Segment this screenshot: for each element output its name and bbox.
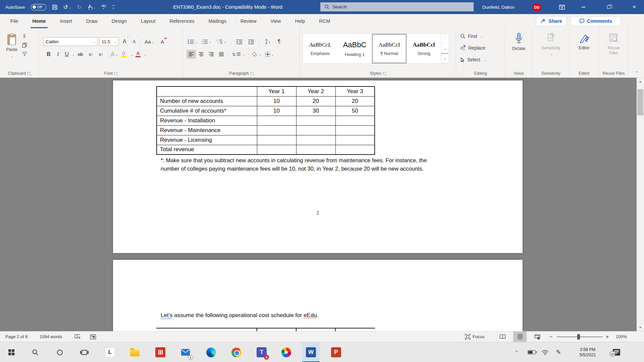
find-button[interactable]: Find [460, 34, 483, 39]
page-indicator[interactable]: Page 2 of 6 [5, 331, 28, 342]
font-dialog-launcher-icon[interactable] [114, 72, 117, 75]
table-value-cell[interactable] [257, 125, 296, 135]
cut-icon[interactable]: ✄ [21, 34, 28, 38]
strikethrough-button[interactable]: ab [75, 50, 86, 59]
scroll-up-icon[interactable]: ▲ [637, 78, 644, 85]
table-value-cell[interactable]: 20 [335, 96, 375, 106]
select-button[interactable]: Select [460, 57, 486, 62]
revenue-table[interactable]: Year 1Year 2Year 3Number of new accounts… [156, 86, 375, 155]
pen-icon[interactable]: ✎ [552, 342, 565, 362]
table-value-cell[interactable]: 30 [296, 106, 335, 116]
taskbar-search-button[interactable] [26, 342, 44, 362]
table-label-cell[interactable]: Revenue - Maintenance [157, 125, 257, 135]
table-value-cell[interactable] [335, 116, 375, 125]
change-case-button[interactable]: Aa [145, 37, 154, 46]
font-name-combo[interactable]: Calibri [43, 37, 98, 46]
table-value-cell[interactable]: 10 [257, 106, 296, 116]
body-paragraph[interactable]: Let’s assume the following operational c… [161, 312, 318, 319]
tab-rcm[interactable]: RCM [312, 14, 337, 28]
style-emphasis[interactable]: AaBbCcLEmphasis [303, 34, 337, 63]
multilevel-list-button[interactable]: 1ai [214, 37, 228, 46]
tab-references[interactable]: References [162, 14, 201, 28]
wifi-icon[interactable] [539, 342, 551, 362]
table-value-cell[interactable] [335, 135, 375, 145]
start-button[interactable] [3, 342, 20, 362]
paste-button[interactable]: Paste [3, 31, 21, 68]
font-color-button[interactable]: A [134, 50, 143, 59]
table-value-cell[interactable] [257, 116, 296, 125]
style-normal[interactable]: AaBbCcI¶ Normal [372, 34, 407, 63]
sensitivity-button[interactable]: Sensitivity [533, 31, 569, 56]
task-view-button[interactable] [75, 342, 93, 362]
tab-help[interactable]: Help [288, 14, 312, 28]
lockdown-browser-button[interactable]: L [101, 342, 119, 362]
table-label-cell[interactable]: Cumulative # of accounts* [157, 106, 257, 116]
styles-scroll-up-icon[interactable]: ˇ̌ˆ [441, 34, 448, 44]
tab-view[interactable]: View [263, 14, 288, 28]
table-value-cell[interactable] [296, 145, 335, 155]
autosave-toggle[interactable]: Off [31, 4, 46, 10]
bullets-button[interactable] [186, 37, 199, 46]
macro-recording-icon[interactable] [90, 331, 96, 342]
zoom-level[interactable]: 100% [616, 331, 627, 342]
minimize-button[interactable] [575, 0, 592, 14]
tab-mailings[interactable]: Mailings [202, 14, 233, 28]
web-layout-button[interactable] [531, 331, 544, 342]
comments-button[interactable]: Comments [570, 16, 621, 26]
collapse-ribbon-icon[interactable]: ⌃ [635, 71, 638, 75]
cortana-button[interactable] [51, 342, 68, 362]
align-left-button[interactable] [186, 50, 196, 59]
table-header-cell[interactable]: Year 3 [335, 86, 375, 96]
table-label-cell[interactable]: Number of new accounts [157, 96, 257, 106]
underline-button[interactable]: U [63, 50, 70, 59]
italic-button[interactable]: I [54, 50, 62, 59]
share-button[interactable]: Share [536, 16, 567, 26]
undo-icon[interactable]: ↺ [63, 4, 71, 11]
text-effects-button[interactable]: A [111, 50, 118, 59]
sort-button[interactable]: AZ↓ [262, 37, 274, 46]
scroll-down-icon[interactable]: ▼ [637, 324, 644, 331]
table-value-cell[interactable] [335, 125, 375, 135]
tab-review[interactable]: Review [233, 14, 264, 28]
line-spacing-button[interactable]: ⇅ [231, 50, 246, 59]
styles-dialog-launcher-icon[interactable] [383, 72, 386, 75]
tab-layout[interactable]: Layout [134, 14, 163, 28]
tab-home[interactable]: Home [25, 14, 53, 28]
zoom-in-icon[interactable]: + [606, 331, 609, 342]
table-value-cell[interactable] [257, 135, 296, 145]
account-name[interactable]: Dunfield, Dalton [482, 0, 515, 14]
touch-mouse-mode-icon[interactable] [88, 4, 96, 10]
table-label-cell[interactable]: Revenue - Installation [157, 116, 257, 125]
table-value-cell[interactable] [296, 125, 335, 135]
shrink-font-button[interactable]: Aˇ [130, 37, 138, 46]
word-button[interactable]: W [302, 342, 320, 362]
document-page-2[interactable]: Year 1Year 2Year 3Number of new accounts… [113, 80, 523, 253]
justify-button[interactable] [217, 50, 226, 59]
align-center-button[interactable] [197, 50, 206, 59]
paragraph-dialog-launcher-icon[interactable] [251, 72, 254, 75]
focus-mode-button[interactable]: Focus [465, 331, 484, 342]
superscript-button[interactable]: x2 [96, 50, 106, 59]
table-value-cell[interactable] [296, 116, 335, 125]
reuse-files-button[interactable]: Reuse Files [599, 31, 628, 56]
borders-button[interactable] [263, 50, 276, 59]
office-app-button[interactable] [277, 342, 295, 362]
mail-button[interactable]: 1 [177, 342, 194, 362]
restore-button[interactable] [600, 0, 618, 14]
increase-indent-button[interactable] [246, 37, 256, 46]
table-value-cell[interactable]: 10 [257, 96, 296, 106]
search-box[interactable]: Search [320, 2, 474, 11]
font-size-combo[interactable]: 11.5 [99, 37, 119, 46]
tab-draw[interactable]: Draw [79, 14, 105, 28]
table-value-cell[interactable] [335, 145, 375, 155]
table-header-cell[interactable]: Year 1 [257, 86, 296, 96]
notification-center-button[interactable]: 10 [609, 342, 624, 362]
red-bars-app-button[interactable] [152, 342, 169, 362]
edge-button[interactable] [202, 342, 220, 362]
clock[interactable]: 3:58 PM 5/5/2021 [570, 342, 605, 362]
replace-button[interactable]: ↺bc Replace [460, 45, 485, 51]
numbering-button[interactable]: 123 [200, 37, 213, 46]
styles-gallery-expand-icon[interactable]: ⌄ [441, 53, 448, 63]
clipboard-dialog-launcher-icon[interactable] [28, 72, 31, 75]
highlight-color-button[interactable] [119, 50, 129, 59]
